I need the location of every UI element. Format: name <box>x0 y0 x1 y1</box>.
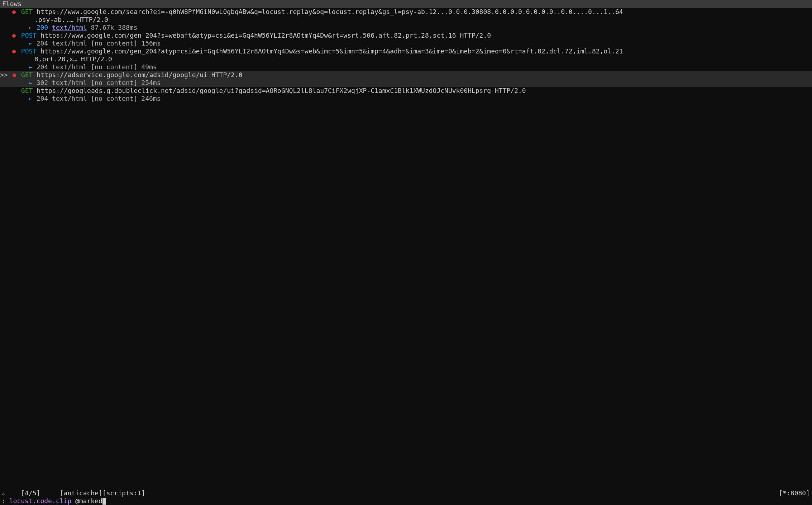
flow-response[interactable]: ← 302 text/html [no content] 254ms <box>0 79 812 87</box>
status-icon: ⇩ <box>1 489 5 497</box>
status-bar: ⇩ [4/5] [anticache][scripts:1] [*:8080] <box>0 489 812 497</box>
response-arrow-icon: ← <box>29 39 37 47</box>
request-url: https://www.google.com/search?ei=-q0hW8P… <box>37 8 623 15</box>
content-type: text/html <box>52 79 87 86</box>
content-type: text/html <box>52 39 87 47</box>
listen-address: [*:8080] <box>779 489 810 497</box>
options-indicator: [anticache][scripts:1] <box>60 489 145 497</box>
request-url: https://www.google.com/gen_204?atyp=csi&… <box>40 47 623 55</box>
http-method: GET <box>21 71 33 79</box>
flow-row[interactable]: GET https://googleads.g.doubleclick.net/… <box>0 87 812 95</box>
request-url: https://www.google.com/gen_204?s=webaft&… <box>40 32 491 39</box>
status-code: 204 <box>37 95 48 102</box>
flow-counter: [4/5] <box>21 489 40 497</box>
flow-list[interactable]: GET https://www.google.com/search?ei=-q0… <box>0 8 812 103</box>
no-content-label: [no content] <box>91 39 137 47</box>
response-arrow-icon: ← <box>29 63 37 71</box>
status-code: 302 <box>37 79 48 86</box>
content-type: text/html <box>52 95 87 102</box>
row-gutter <box>0 8 17 16</box>
no-content-label: [no content] <box>91 63 137 71</box>
http-method: POST <box>21 32 37 39</box>
flow-response[interactable]: ← 204 text/html [no content] 49ms <box>0 63 812 71</box>
response-arrow-icon: ← <box>29 95 37 102</box>
status-code: 200 <box>37 24 48 31</box>
marked-dot-icon <box>12 50 16 53</box>
flow-response[interactable]: ← 200 text/html 87.67k 388ms <box>0 24 812 32</box>
row-gutter: >> <box>0 71 17 79</box>
marked-dot-icon <box>12 34 16 38</box>
cursor-marker: >> <box>0 71 12 79</box>
command-prompt: : <box>1 497 5 505</box>
response-time: 254ms <box>141 79 161 86</box>
command-name: locust.code.clip <box>9 497 71 505</box>
status-code: 204 <box>37 63 48 71</box>
response-time: 246ms <box>141 95 161 102</box>
response-arrow-icon: ← <box>29 79 37 86</box>
flow-response[interactable]: ← 204 text/html [no content] 246ms <box>0 95 812 103</box>
response-arrow-icon: ← <box>29 24 37 31</box>
flow-row[interactable]: GET https://www.google.com/search?ei=-q0… <box>0 8 812 16</box>
request-url-wrap: .psy-ab..… HTTP/2.0 <box>34 16 108 23</box>
response-size: 87.67k <box>91 24 114 31</box>
row-gutter <box>0 47 17 55</box>
flow-row-wrap[interactable]: 8,prt.28,x… HTTP/2.0 <box>0 55 812 63</box>
no-content-label: [no content] <box>91 79 137 86</box>
flow-response[interactable]: ← 204 text/html [no content] 156ms <box>0 39 812 47</box>
content-type[interactable]: text/html <box>52 24 87 31</box>
screen: Flows GET https://www.google.com/search?… <box>0 0 812 505</box>
flow-row[interactable]: POST https://www.google.com/gen_204?atyp… <box>0 47 812 55</box>
http-method: POST <box>21 47 37 55</box>
cursor <box>102 498 106 505</box>
titlebar: Flows <box>0 0 812 8</box>
status-code: 204 <box>37 39 48 47</box>
request-url: https://googleads.g.doubleclick.net/adsi… <box>37 87 526 94</box>
title: Flows <box>2 0 22 8</box>
no-content-label: [no content] <box>91 95 137 102</box>
http-method: GET <box>21 87 33 94</box>
command-line[interactable]: : locust.code.clip @marked <box>0 497 812 505</box>
response-time: 49ms <box>141 63 157 71</box>
request-url: https://adservice.google.com/adsid/googl… <box>37 71 242 79</box>
marked-dot-icon <box>13 74 16 77</box>
request-url-wrap: 8,prt.28,x… HTTP/2.0 <box>34 55 112 63</box>
row-gutter <box>0 32 17 39</box>
flow-row[interactable]: POST https://www.google.com/gen_204?s=we… <box>0 32 812 39</box>
marked-dot-icon <box>12 10 16 14</box>
content-type: text/html <box>52 63 87 71</box>
flow-row[interactable]: >> GET https://adservice.google.com/adsi… <box>0 71 812 79</box>
response-time: 388ms <box>118 24 137 31</box>
response-time: 156ms <box>141 39 161 47</box>
http-method: GET <box>21 8 33 15</box>
flow-row-wrap[interactable]: .psy-ab..… HTTP/2.0 <box>0 16 812 24</box>
command-arg: @marked <box>75 497 102 505</box>
